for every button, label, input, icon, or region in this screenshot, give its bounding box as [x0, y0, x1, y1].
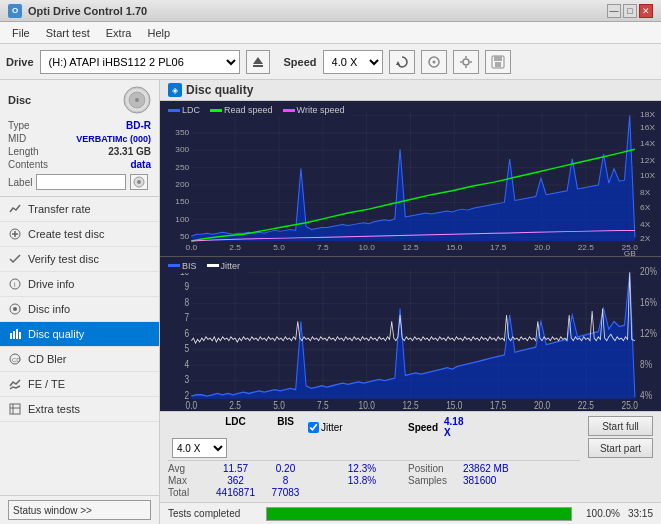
close-button[interactable]: ✕ — [639, 4, 653, 18]
length-label: Length — [8, 146, 39, 157]
nav-verify-test-disc-label: Verify test disc — [28, 253, 99, 265]
top-chart-svg: 400 350 300 250 200 150 100 50 18X 16X 1… — [160, 101, 661, 256]
nav-cd-bler[interactable]: CD CD Bler — [0, 347, 159, 372]
disc-button[interactable] — [421, 50, 447, 74]
start-buttons: Start full Start part — [588, 416, 653, 458]
speed-info-row: Speed 4.18 X — [408, 416, 463, 438]
eject-button[interactable] — [246, 50, 270, 74]
save-button[interactable] — [485, 50, 511, 74]
verify-test-disc-icon — [8, 252, 22, 266]
label-icon-button[interactable] — [130, 174, 148, 190]
svg-point-5 — [463, 59, 469, 65]
nav-section: Transfer rate Create test disc Verify te… — [0, 197, 159, 495]
svg-text:2X: 2X — [640, 234, 651, 243]
svg-text:7: 7 — [185, 312, 190, 323]
speed-select-stats[interactable]: 4.0 X — [172, 438, 227, 458]
stats-empty — [168, 416, 208, 438]
jitter-legend-label: Jitter — [221, 261, 241, 271]
menu-file[interactable]: File — [4, 25, 38, 41]
total-label: Total — [168, 487, 208, 498]
speed-select[interactable]: 4.0 X — [323, 50, 383, 74]
drive-label: Drive — [6, 56, 34, 68]
svg-rect-8 — [495, 62, 501, 67]
jitter-checkbox[interactable] — [308, 422, 319, 433]
svg-rect-22 — [10, 333, 12, 339]
minimize-button[interactable]: — — [607, 4, 621, 18]
nav-transfer-rate[interactable]: Transfer rate — [0, 197, 159, 222]
svg-text:7.5: 7.5 — [317, 243, 329, 252]
position-label: Position — [408, 463, 463, 474]
length-value: 23.31 GB — [108, 146, 151, 157]
svg-marker-2 — [396, 61, 400, 65]
nav-transfer-rate-label: Transfer rate — [28, 203, 91, 215]
menu-help[interactable]: Help — [139, 25, 178, 41]
stats-bis-header: BIS — [263, 416, 308, 438]
nav-fe-te[interactable]: FE / TE — [0, 372, 159, 397]
chart-header-icon: ◈ — [168, 83, 182, 97]
nav-extra-tests[interactable]: Extra tests — [0, 397, 159, 422]
read-speed-legend: Read speed — [210, 105, 273, 115]
jitter-label: Jitter — [321, 422, 343, 433]
toolbar: Drive (H:) ATAPI iHBS112 2 PL06 Speed 4.… — [0, 44, 661, 80]
status-window-button[interactable]: Status window >> — [8, 500, 151, 520]
svg-rect-7 — [494, 56, 502, 61]
svg-text:25.0: 25.0 — [622, 400, 638, 411]
nav-disc-quality[interactable]: Disc quality — [0, 322, 159, 347]
svg-text:16X: 16X — [640, 123, 656, 132]
total-bis: 77083 — [263, 487, 308, 498]
svg-text:20.0: 20.0 — [534, 243, 551, 252]
read-speed-legend-color — [210, 109, 222, 112]
svg-text:15.0: 15.0 — [446, 400, 462, 411]
settings-button[interactable] — [453, 50, 479, 74]
nav-disc-info[interactable]: Disc info — [0, 297, 159, 322]
svg-text:i: i — [14, 281, 16, 288]
svg-rect-24 — [16, 329, 18, 339]
nav-verify-test-disc[interactable]: Verify test disc — [0, 247, 159, 272]
svg-text:4: 4 — [185, 358, 190, 369]
chart-title: Disc quality — [186, 83, 253, 97]
ldc-legend: LDC — [168, 105, 200, 115]
progress-bar — [266, 507, 572, 521]
menu-start-test[interactable]: Start test — [38, 25, 98, 41]
app-icon: O — [8, 4, 22, 18]
svg-text:22.5: 22.5 — [578, 400, 594, 411]
svg-text:22.5: 22.5 — [578, 243, 595, 252]
start-part-button[interactable]: Start part — [588, 438, 653, 458]
disc-info-icon — [8, 302, 22, 316]
drive-select[interactable]: (H:) ATAPI iHBS112 2 PL06 — [40, 50, 240, 74]
svg-text:12.5: 12.5 — [402, 400, 418, 411]
write-speed-legend: Write speed — [283, 105, 345, 115]
nav-create-test-disc[interactable]: Create test disc — [0, 222, 159, 247]
nav-drive-info[interactable]: i Drive info — [0, 272, 159, 297]
cd-bler-icon: CD — [8, 352, 22, 366]
svg-text:0.0: 0.0 — [186, 400, 198, 411]
svg-text:14X: 14X — [640, 140, 656, 149]
write-speed-legend-label: Write speed — [297, 105, 345, 115]
svg-point-11 — [135, 98, 139, 102]
svg-text:50: 50 — [180, 232, 190, 241]
maximize-button[interactable]: □ — [623, 4, 637, 18]
max-bis: 8 — [263, 475, 308, 486]
disc-image — [123, 86, 151, 114]
nav-cd-bler-label: CD Bler — [28, 353, 67, 365]
avg-jitter: 12.3% — [308, 463, 408, 474]
jitter-legend: Jitter — [207, 261, 241, 271]
contents-label: Contents — [8, 159, 48, 170]
bottom-chart-svg: 10 9 8 7 6 5 4 3 2 20% 16% 12% 8% 4% — [160, 257, 661, 412]
start-full-button[interactable]: Start full — [588, 416, 653, 436]
drive-info-icon: i — [8, 277, 22, 291]
svg-text:12X: 12X — [640, 156, 656, 165]
svg-text:20.0: 20.0 — [534, 400, 550, 411]
menu-extra[interactable]: Extra — [98, 25, 140, 41]
samples-val: 381600 — [463, 475, 523, 486]
svg-text:17.5: 17.5 — [490, 400, 506, 411]
refresh-button[interactable] — [389, 50, 415, 74]
svg-text:9: 9 — [185, 281, 190, 292]
max-ldc: 362 — [208, 475, 263, 486]
svg-text:5.0: 5.0 — [273, 243, 285, 252]
label-input[interactable] — [36, 174, 126, 190]
extra-tests-icon — [8, 402, 22, 416]
svg-point-4 — [432, 60, 435, 63]
charts-area: LDC Read speed Write speed — [160, 101, 661, 411]
svg-text:350: 350 — [175, 128, 189, 137]
